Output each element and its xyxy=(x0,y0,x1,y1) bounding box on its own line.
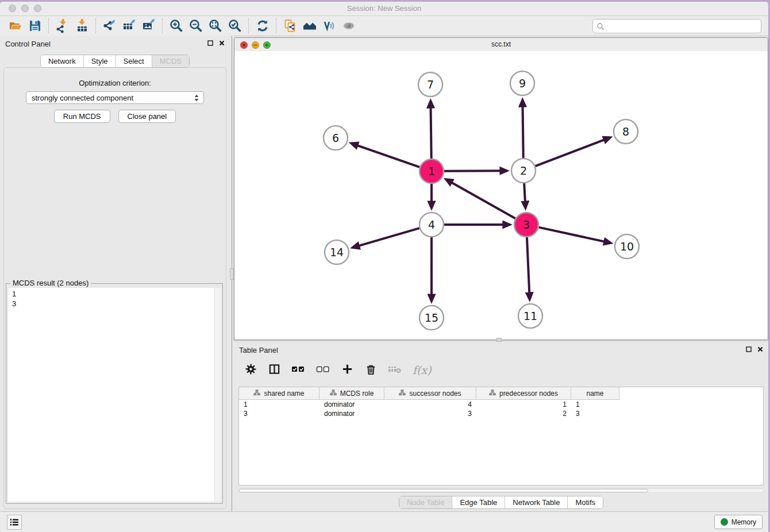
table-tab-edge-table[interactable]: Edge Table xyxy=(452,496,505,508)
application-window: Session: New Session Control Panel Netwo… xyxy=(0,2,768,532)
export-image-button[interactable] xyxy=(139,17,159,34)
save-session-button[interactable] xyxy=(25,17,45,34)
zoom-in-button[interactable] xyxy=(167,17,186,34)
open-file-button[interactable] xyxy=(6,17,25,34)
result-scrollbar[interactable] xyxy=(214,288,221,502)
zoom-fit-button[interactable] xyxy=(206,17,225,34)
network-canvas[interactable]: 7968124314101511 xyxy=(234,51,768,340)
float-table-panel-icon[interactable] xyxy=(745,346,752,353)
column-header-successor-nodes[interactable]: successor nodes xyxy=(384,387,476,400)
split-columns-icon xyxy=(268,363,280,377)
tab-mcds[interactable]: MCDS xyxy=(152,55,189,67)
copy-network-button[interactable] xyxy=(280,17,300,34)
edge-label-mark xyxy=(522,128,523,130)
table-tab-motifs[interactable]: Motifs xyxy=(567,496,603,508)
cell-predecessor-nodes: 1 xyxy=(476,400,571,409)
hide-panel-button[interactable] xyxy=(339,17,359,34)
table-hscrollbar[interactable] xyxy=(238,488,764,493)
export-network-icon xyxy=(102,18,117,33)
import-network-button[interactable] xyxy=(53,17,72,34)
column-header-name[interactable]: name xyxy=(571,387,619,400)
mcds-result-group: MCDS result (2 nodes) 1 3 xyxy=(6,283,223,504)
edge-label-mark xyxy=(528,267,529,269)
table-panel-title: Table Panel xyxy=(239,346,278,354)
edge-label-mark xyxy=(431,194,432,197)
cell-shared-name: 1 xyxy=(239,400,319,409)
node-table: shared nameMCDS rolesuccessor nodesprede… xyxy=(238,387,764,485)
memory-button[interactable]: Memory xyxy=(714,515,763,529)
zoom-out-button[interactable] xyxy=(186,17,206,34)
unselect-all-button[interactable] xyxy=(316,363,330,377)
close-panel-button[interactable]: Close panel xyxy=(118,110,176,123)
criterion-select[interactable]: strongly connected component xyxy=(26,91,204,104)
node-label-2: 2 xyxy=(520,164,527,177)
search-icon xyxy=(596,22,605,30)
column-type-icon xyxy=(253,390,260,398)
node-label-9: 9 xyxy=(519,77,526,90)
select-all-button[interactable] xyxy=(291,363,305,377)
export-table-button[interactable] xyxy=(120,17,139,34)
zoom-in-icon xyxy=(169,18,184,33)
add-column-icon xyxy=(341,363,353,377)
edge-label-mark xyxy=(430,129,432,132)
close-panel-icon[interactable] xyxy=(218,40,225,47)
status-bar: Memory xyxy=(0,511,768,532)
table-settings-button[interactable] xyxy=(244,363,257,377)
node-label-1: 1 xyxy=(428,165,435,178)
import-table-icon xyxy=(75,18,90,33)
float-panel-icon[interactable] xyxy=(207,40,214,47)
table-tab-network-table[interactable]: Network Table xyxy=(505,496,567,508)
add-column-button[interactable] xyxy=(341,363,353,377)
search-box[interactable] xyxy=(592,19,761,33)
column-type-icon xyxy=(330,390,337,398)
export-network-button[interactable] xyxy=(100,17,120,34)
splitter-handle[interactable] xyxy=(230,268,234,280)
import-network-icon xyxy=(55,18,70,33)
node-label-8: 8 xyxy=(622,125,629,138)
search-input[interactable] xyxy=(605,21,761,31)
close-table-panel-icon[interactable] xyxy=(757,346,764,353)
home-layout-button[interactable] xyxy=(300,17,319,34)
table-row[interactable]: 3dominator323 xyxy=(239,409,763,418)
toolbar-separator xyxy=(162,18,163,33)
column-header-shared-name[interactable]: shared name xyxy=(239,387,319,400)
network-window-titlebar[interactable]: scc.txt xyxy=(234,38,768,52)
unselect-all-icon xyxy=(316,364,330,376)
select-stepper-icon xyxy=(192,94,201,104)
select-all-icon xyxy=(291,364,305,376)
toolbar-separator xyxy=(248,18,249,33)
run-mcds-button[interactable]: Run MCDS xyxy=(54,110,110,123)
mcds-result-area: 1 3 xyxy=(8,288,221,502)
table-hscroll-thumb[interactable] xyxy=(239,489,648,492)
refresh-view-button[interactable] xyxy=(253,17,272,34)
window-title: Session: New Session xyxy=(0,4,768,13)
split-columns-button[interactable] xyxy=(268,363,280,377)
task-history-button[interactable] xyxy=(7,515,22,530)
cell-name: 3 xyxy=(571,409,619,418)
save-session-icon xyxy=(28,18,43,33)
zoom-selected-button[interactable] xyxy=(225,17,245,34)
network-bottom-handle[interactable] xyxy=(496,338,502,342)
vizmapper-button[interactable] xyxy=(319,17,339,34)
tab-style[interactable]: Style xyxy=(83,55,116,67)
delete-table-icon xyxy=(388,364,402,376)
tab-select[interactable]: Select xyxy=(116,55,152,67)
fx-builder-button: f(x) xyxy=(413,363,432,377)
column-type-icon xyxy=(399,390,406,398)
column-header-MCDS-role[interactable]: MCDS role xyxy=(319,387,384,400)
node-label-7: 7 xyxy=(427,78,434,91)
control-panel-title: Control Panel xyxy=(5,40,51,48)
node-label-6: 6 xyxy=(332,132,339,144)
node-label-4: 4 xyxy=(428,218,435,231)
cell-predecessor-nodes: 2 xyxy=(476,409,571,418)
main-toolbar xyxy=(0,16,768,36)
open-file-icon xyxy=(8,18,23,33)
table-tab-node-table[interactable]: Node Table xyxy=(399,496,452,508)
edge-label-mark xyxy=(431,268,432,271)
tab-network[interactable]: Network xyxy=(41,55,83,67)
column-header-predecessor-nodes[interactable]: predecessor nodes xyxy=(476,387,571,400)
import-table-button[interactable] xyxy=(72,17,92,34)
table-row[interactable]: 1dominator411 xyxy=(239,400,763,409)
panel-splitter[interactable] xyxy=(230,36,234,511)
delete-column-button[interactable] xyxy=(364,363,377,377)
